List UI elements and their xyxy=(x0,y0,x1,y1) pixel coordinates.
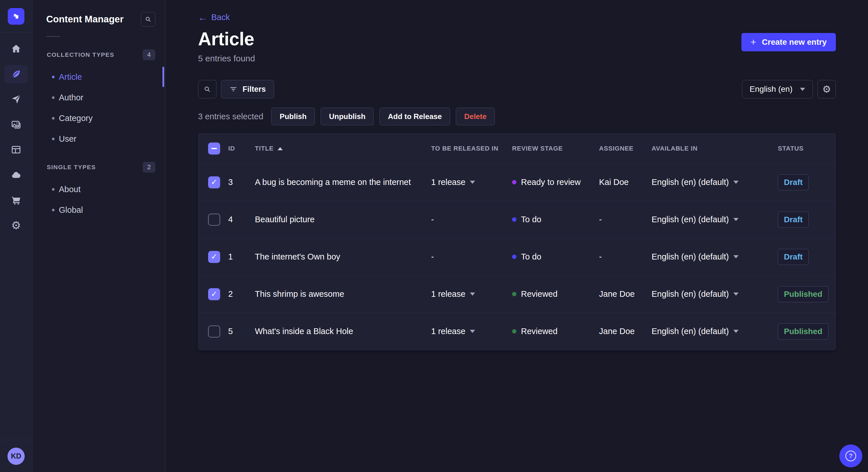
table-search-button[interactable] xyxy=(198,80,216,98)
cell-review-stage: Ready to review xyxy=(512,177,599,187)
chevron-down-icon xyxy=(470,330,475,333)
stage-dot xyxy=(512,329,516,334)
home-icon[interactable] xyxy=(5,40,28,58)
strapi-logo[interactable] xyxy=(8,8,24,25)
cell-release: - xyxy=(431,215,512,224)
cell-id: 5 xyxy=(228,327,255,336)
page-title-block: Article 5 entries found xyxy=(198,28,255,63)
cell-review-stage: To do xyxy=(512,215,599,224)
row-checkbox[interactable] xyxy=(208,326,220,338)
sidebar-item-global[interactable]: Global xyxy=(32,200,165,220)
row-checkbox[interactable]: ✓ xyxy=(208,251,220,263)
unpublish-button[interactable]: Unpublish xyxy=(321,107,374,125)
locale-text: English (en) (default) xyxy=(652,177,729,187)
cell-release[interactable]: 1 release xyxy=(431,327,512,336)
search-icon xyxy=(204,86,211,93)
stage-dot xyxy=(512,217,516,222)
cell-available-in[interactable]: English (en) (default) xyxy=(652,327,778,336)
releases-icon[interactable] xyxy=(5,90,28,108)
nav-bottom: KD xyxy=(0,440,32,472)
table-row[interactable]: 4 Beautiful picture - To do - English (e… xyxy=(198,201,836,238)
status-badge: Draft xyxy=(778,174,809,191)
column-header-available-in[interactable]: AVAILABLE IN xyxy=(652,145,778,152)
locale-text: English (en) (default) xyxy=(652,289,729,299)
column-header-review-stage[interactable]: REVIEW STAGE xyxy=(512,145,599,152)
question-mark-icon: ? xyxy=(845,450,856,461)
chevron-down-icon xyxy=(733,181,739,184)
stage-label: To do xyxy=(521,252,541,262)
plus-icon: + xyxy=(751,37,756,47)
chevron-down-icon xyxy=(470,293,475,296)
column-header-title[interactable]: TITLE xyxy=(255,145,431,152)
publish-button[interactable]: Publish xyxy=(271,107,315,125)
row-checkbox[interactable]: ✓ xyxy=(208,176,220,189)
table-body: ✓ 3 A bug is becoming a meme on the inte… xyxy=(198,164,836,350)
chevron-down-icon xyxy=(733,330,739,333)
locale-select[interactable]: English (en) xyxy=(742,80,813,98)
content-manager-icon[interactable] xyxy=(5,65,28,83)
arrow-left-icon: ← xyxy=(198,13,207,22)
create-new-entry-button[interactable]: + Create new entry xyxy=(741,33,836,51)
table-row[interactable]: ✓ 1 The internet's Own boy - To do - Eng… xyxy=(198,238,836,275)
column-header-assignee[interactable]: ASSIGNEE xyxy=(599,145,652,152)
add-to-release-button[interactable]: Add to Release xyxy=(379,107,450,125)
back-link[interactable]: ← Back xyxy=(198,12,229,22)
column-header-status[interactable]: STATUS xyxy=(778,145,836,152)
section-count-badge: 4 xyxy=(143,49,155,60)
table-row[interactable]: ✓ 3 A bug is becoming a meme on the inte… xyxy=(198,164,836,201)
column-header-id[interactable]: ID xyxy=(228,145,255,152)
chevron-down-icon xyxy=(733,293,739,296)
cell-available-in[interactable]: English (en) (default) xyxy=(652,215,778,224)
sidebar-item-article[interactable]: Article xyxy=(32,67,165,87)
cell-available-in[interactable]: English (en) (default) xyxy=(652,289,778,299)
sidebar-item-author[interactable]: Author xyxy=(32,87,165,108)
row-checkbox[interactable] xyxy=(208,214,220,226)
view-settings-button[interactable]: ⚙ xyxy=(817,80,836,98)
gear-icon: ⚙ xyxy=(823,84,831,94)
cell-assignee: Jane Doe xyxy=(599,289,652,299)
bullet-icon xyxy=(52,188,55,191)
stage-dot xyxy=(512,180,516,184)
filters-button[interactable]: Filters xyxy=(221,80,274,98)
cell-available-in[interactable]: English (en) (default) xyxy=(652,177,778,187)
entries-table: ID TITLE TO BE RELEASED IN REVIEW STAGE … xyxy=(198,133,836,350)
filter-icon xyxy=(229,85,237,93)
delete-button[interactable]: Delete xyxy=(456,107,495,125)
help-button[interactable]: ? xyxy=(839,444,862,467)
settings-icon[interactable]: ⚙ xyxy=(5,216,28,235)
stage-label: Ready to review xyxy=(521,177,581,187)
collection-types-section: COLLECTION TYPES 4 Article Author Catego… xyxy=(32,49,165,149)
table-row[interactable]: ✓ 2 This shrimp is awesome 1 release Rev… xyxy=(198,275,836,312)
row-checkbox[interactable]: ✓ xyxy=(208,288,220,300)
media-library-icon[interactable] xyxy=(5,115,28,134)
marketplace-icon[interactable] xyxy=(5,191,28,209)
sidebar-item-user[interactable]: User xyxy=(32,129,165,149)
chevron-down-icon xyxy=(733,218,739,221)
gear-glyph: ⚙ xyxy=(11,220,21,231)
column-header-released[interactable]: TO BE RELEASED IN xyxy=(431,145,512,152)
avatar[interactable]: KD xyxy=(7,448,25,465)
cell-release[interactable]: 1 release xyxy=(431,289,512,299)
nav-icon-list: ⚙ xyxy=(5,33,28,235)
bullet-icon xyxy=(52,138,55,140)
cell-release[interactable]: 1 release xyxy=(431,177,512,187)
cell-id: 2 xyxy=(228,289,255,299)
cell-assignee: - xyxy=(599,215,652,224)
bullet-icon xyxy=(52,76,55,78)
cell-available-in[interactable]: English (en) (default) xyxy=(652,252,778,262)
select-all-checkbox[interactable] xyxy=(208,142,220,155)
cloud-icon[interactable] xyxy=(5,166,28,184)
cell-assignee: - xyxy=(599,252,652,262)
strapi-logo-icon xyxy=(11,11,21,21)
stage-label: To do xyxy=(521,215,541,224)
sidebar-item-about[interactable]: About xyxy=(32,179,165,200)
bullet-icon xyxy=(52,209,55,211)
cell-title: What's inside a Black Hole xyxy=(255,327,431,336)
search-button[interactable] xyxy=(141,12,155,26)
content-type-builder-icon[interactable] xyxy=(5,140,28,159)
check-icon: ✓ xyxy=(211,178,218,186)
sidebar-item-category[interactable]: Category xyxy=(32,108,165,129)
table-row[interactable]: 5 What's inside a Black Hole 1 release R… xyxy=(198,312,836,350)
cell-title: The internet's Own boy xyxy=(255,252,431,262)
subnav-title: Content Manager xyxy=(46,14,124,25)
